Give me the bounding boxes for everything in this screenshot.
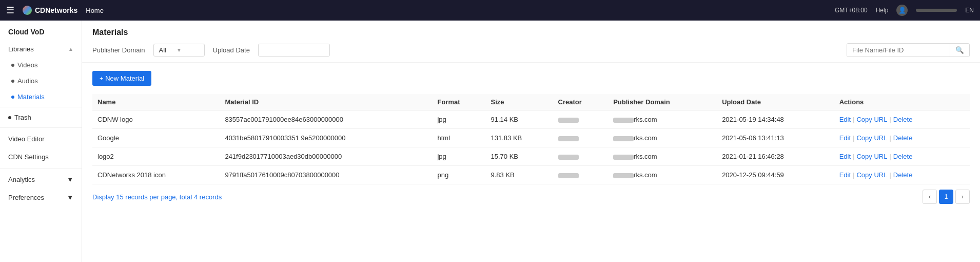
delete-link[interactable]: Delete xyxy=(893,116,913,123)
cell-publisher-domain: rks.com xyxy=(608,166,717,184)
cell-upload-date: 2021-05-06 13:41:13 xyxy=(717,129,834,147)
table-row: logo2241f9d23017710003aed30db00000000jpg… xyxy=(92,147,970,166)
upload-date-input[interactable] xyxy=(258,44,330,57)
domain-suffix: rks.com xyxy=(634,134,657,142)
sidebar-item-materials[interactable]: Materials xyxy=(0,89,82,105)
search-button[interactable]: 🔍 xyxy=(950,44,969,57)
menu-icon[interactable]: ☰ xyxy=(6,5,14,16)
copy-url-link[interactable]: Copy URL xyxy=(856,153,887,160)
col-upload-date: Upload Date xyxy=(717,94,834,110)
delete-link[interactable]: Delete xyxy=(893,153,913,160)
creator-redacted-bar xyxy=(558,136,579,141)
edit-link[interactable]: Edit xyxy=(839,116,851,123)
cell-size: 15.70 KB xyxy=(486,147,553,166)
sidebar-libraries-header[interactable]: Libraries ▲ xyxy=(0,39,82,57)
content-header: Materials Publisher Domain All ▼ Upload … xyxy=(82,21,980,63)
page-title: Materials xyxy=(92,28,970,37)
cloud-vod-title: Cloud VoD xyxy=(0,21,82,39)
cell-format: jpg xyxy=(432,147,485,166)
sidebar-item-audios[interactable]: Audios xyxy=(0,73,82,89)
materials-table: Name Material ID Format Size Creator Pub… xyxy=(92,94,970,184)
creator-redacted-bar xyxy=(558,118,579,123)
edit-link[interactable]: Edit xyxy=(839,153,851,160)
timezone-display: GMT+08:00 xyxy=(835,7,868,14)
creator-redacted-bar xyxy=(558,155,579,160)
pagination-next[interactable]: › xyxy=(955,190,970,204)
language-selector[interactable]: EN xyxy=(965,7,974,14)
col-material-id: Material ID xyxy=(220,94,432,110)
libraries-chevron-icon: ▲ xyxy=(68,46,73,52)
copy-url-link[interactable]: Copy URL xyxy=(856,171,887,179)
table-body: CDNW logo83557ac001791000ee84e6300000000… xyxy=(92,110,970,184)
domain-redacted-bar xyxy=(613,173,634,178)
user-avatar[interactable]: 👤 xyxy=(896,5,908,16)
search-input[interactable] xyxy=(847,44,950,57)
cell-publisher-domain: rks.com xyxy=(608,129,717,147)
col-size: Size xyxy=(486,94,553,110)
brand-logo: CDNetworks xyxy=(23,6,77,15)
domain-suffix: rks.com xyxy=(634,171,657,179)
nav-home-link[interactable]: Home xyxy=(86,7,104,14)
cell-publisher-domain: rks.com xyxy=(608,147,717,166)
domain-suffix: rks.com xyxy=(634,153,657,160)
cell-format: html xyxy=(432,129,485,147)
sidebar-item-trash[interactable]: Trash xyxy=(0,109,82,125)
publisher-domain-select[interactable]: All ▼ xyxy=(153,44,205,57)
sidebar-divider-3 xyxy=(0,168,82,169)
cell-creator xyxy=(553,110,609,129)
cell-size: 91.14 KB xyxy=(486,110,553,129)
domain-suffix: rks.com xyxy=(634,116,657,123)
col-name: Name xyxy=(92,94,220,110)
top-navigation: ☰ CDNetworks Home GMT+08:00 Help 👤 EN xyxy=(0,0,980,21)
table-footer: Display 15 records per page, total 4 rec… xyxy=(92,184,970,204)
copy-url-link[interactable]: Copy URL xyxy=(856,134,887,142)
help-link[interactable]: Help xyxy=(876,7,889,14)
edit-link[interactable]: Edit xyxy=(839,171,851,179)
audios-dot-icon xyxy=(11,80,14,83)
sidebar-item-analytics[interactable]: Analytics ▼ xyxy=(0,171,82,189)
search-box: 🔍 xyxy=(847,43,970,57)
analytics-chevron-icon: ▼ xyxy=(67,176,73,183)
cell-upload-date: 2021-01-21 16:46:28 xyxy=(717,147,834,166)
pagination-prev[interactable]: ‹ xyxy=(923,190,937,204)
videos-dot-icon xyxy=(11,64,14,67)
col-publisher-domain: Publisher Domain xyxy=(608,94,717,110)
domain-redacted-bar xyxy=(613,136,634,141)
new-material-button[interactable]: + New Material xyxy=(92,71,151,86)
pagination: ‹ 1 › xyxy=(923,190,970,204)
cell-actions: Edit|Copy URL|Delete xyxy=(834,166,970,184)
cell-format: png xyxy=(432,166,485,184)
cell-actions: Edit|Copy URL|Delete xyxy=(834,110,970,129)
brand-dot-icon xyxy=(23,6,32,15)
domain-redacted-bar xyxy=(613,118,634,123)
col-format: Format xyxy=(432,94,485,110)
publisher-domain-label: Publisher Domain xyxy=(92,46,145,54)
cell-actions: Edit|Copy URL|Delete xyxy=(834,129,970,147)
filter-row: Publisher Domain All ▼ Upload Date 🔍 xyxy=(92,43,970,57)
delete-link[interactable]: Delete xyxy=(893,171,913,179)
cell-format: jpg xyxy=(432,110,485,129)
cell-material-id: 9791ffa5017610009c80703800000000 xyxy=(220,166,432,184)
trash-dot-icon xyxy=(8,116,11,119)
main-layout: Cloud VoD Libraries ▲ Videos Audios Mate… xyxy=(0,21,980,262)
cell-size: 9.83 KB xyxy=(486,166,553,184)
pagination-current[interactable]: 1 xyxy=(939,190,953,204)
cell-name: Google xyxy=(92,129,220,147)
sidebar-item-preferences[interactable]: Preferences ▼ xyxy=(0,189,82,207)
sidebar-item-video-editor[interactable]: Video Editor xyxy=(0,130,82,148)
cell-creator xyxy=(553,147,609,166)
table-row: CDNW logo83557ac001791000ee84e6300000000… xyxy=(92,110,970,129)
copy-url-link[interactable]: Copy URL xyxy=(856,116,887,123)
edit-link[interactable]: Edit xyxy=(839,134,851,142)
cell-creator xyxy=(553,129,609,147)
col-creator: Creator xyxy=(553,94,609,110)
cell-material-id: 4031be58017910003351 9e5200000000 xyxy=(220,129,432,147)
sidebar-item-videos[interactable]: Videos xyxy=(0,57,82,73)
main-content: Materials Publisher Domain All ▼ Upload … xyxy=(82,21,980,262)
select-arrow-icon: ▼ xyxy=(177,47,182,53)
upload-date-label: Upload Date xyxy=(213,46,250,54)
sidebar-item-cdn-settings[interactable]: CDN Settings xyxy=(0,148,82,166)
cell-name: CDNW logo xyxy=(92,110,220,129)
delete-link[interactable]: Delete xyxy=(893,134,913,142)
cell-actions: Edit|Copy URL|Delete xyxy=(834,147,970,166)
